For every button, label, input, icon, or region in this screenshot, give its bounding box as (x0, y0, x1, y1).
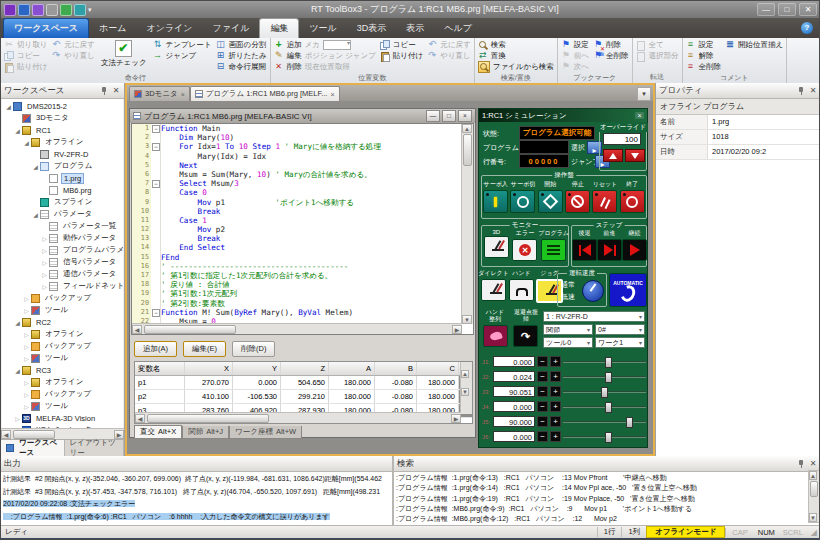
tree-expander-icon[interactable]: ▷ (22, 331, 31, 338)
tree-item-プログラムパラメータ[interactable]: ▷プログラムパラメータ (2, 244, 123, 256)
joint-value[interactable]: 90.051 (493, 386, 535, 397)
fold-marker-icon[interactable] (151, 124, 161, 133)
code-line[interactable]: 13 Break (132, 234, 462, 243)
table-column-Y[interactable]: Y (233, 362, 281, 375)
pin-icon[interactable] (100, 87, 108, 95)
button-編集(E)[interactable]: 編集(E) (183, 341, 226, 357)
search-result-line[interactable]: :プログラム情報 :1.prg(命令:13) :RC1 パソコン :13 Mov… (396, 473, 819, 483)
tree-item-パラメータ[interactable]: ◢パラメータ (2, 208, 123, 220)
app-logo-icon[interactable] (4, 4, 16, 16)
scroll-thumb[interactable] (147, 414, 269, 423)
tree-item-オフライン[interactable]: ▷オフライン (2, 376, 123, 388)
ribbon-button-追加[interactable]: 追加メカ (274, 39, 376, 50)
tree-item-信号パラメータ[interactable]: ▷信号パラメータ (2, 256, 123, 268)
scroll-thumb[interactable] (810, 481, 818, 497)
joint-slider[interactable] (563, 356, 646, 367)
resize-grip-icon[interactable]: ◢ (811, 528, 817, 537)
code-area[interactable]: 1Function Main2 Dim Mary(10)3 For Idx=1 … (132, 124, 462, 324)
tree-expander-icon[interactable]: ▷ (40, 247, 49, 254)
tree-item-ツール[interactable]: ▷ツール (2, 352, 123, 364)
close-icon[interactable]: ✕ (111, 86, 121, 95)
table-cell[interactable]: 0.000 (233, 376, 281, 389)
scroll-left-icon[interactable]: ◀ (1, 430, 11, 439)
ribbon-button-前へ[interactable]: 前へ (561, 50, 589, 61)
tree-expander-icon[interactable]: ◢ (13, 319, 22, 326)
tree-item-オフライン[interactable]: ◢オフライン (2, 136, 123, 148)
scroll-left-icon[interactable]: ◀ (132, 325, 142, 334)
scroll-thumb[interactable] (144, 325, 236, 334)
sim-button-継続[interactable] (622, 239, 647, 261)
mech-dropdown[interactable] (323, 40, 351, 50)
close-button[interactable]: × (458, 110, 472, 122)
joint-minus-icon[interactable]: − (537, 386, 548, 397)
tree-item-バックアップ[interactable]: ▷バックアップ (2, 292, 123, 304)
ribbon-tab-編集[interactable]: 編集 (259, 18, 299, 38)
tree-item-MELFA-3D Vision[interactable]: ▷MELFA-3D Vision (2, 412, 123, 424)
output-line[interactable]: 計測結果 #2 開始点(x, y, z)(-352.046, -360.207,… (3, 473, 390, 486)
tree-item-パラメータ一覧[interactable]: パラメータ一覧 (2, 220, 123, 232)
joint-value[interactable]: 0.000 (493, 431, 535, 442)
joint-minus-icon[interactable]: − (537, 401, 548, 412)
tree-expander-icon[interactable]: ▷ (40, 259, 49, 266)
tree-item-スプライン[interactable]: スプライン (2, 196, 123, 208)
joint-value[interactable]: 90.000 (493, 416, 535, 427)
table-column-B[interactable]: B (375, 362, 417, 375)
table-cell[interactable]: 180.000 (329, 376, 375, 389)
minimize-button[interactable]: — (757, 3, 775, 16)
ribbon-button-選択部分[interactable]: 選択部分 (636, 50, 679, 61)
ribbon-button-テンプレート[interactable]: テンプレート (153, 39, 212, 50)
close-icon[interactable]: ✕ (808, 86, 818, 95)
ribbon-tab-ファイル[interactable]: ファイル (203, 19, 260, 38)
joint-plus-icon[interactable]: + (550, 371, 561, 382)
ribbon-tab-3D表示[interactable]: 3D表示 (347, 19, 397, 38)
joint-minus-icon[interactable]: − (537, 416, 548, 427)
tab-close-icon[interactable]: × (181, 91, 185, 98)
joint-plus-icon[interactable]: + (550, 401, 561, 412)
override-up-icon[interactable] (603, 149, 623, 162)
ribbon-button-削除[interactable]: 削除 (593, 39, 629, 50)
code-editor[interactable]: 1Function Main2 Dim Mary(10)3 For Idx=1 … (131, 123, 474, 335)
tree-expander-icon[interactable]: ◢ (13, 367, 22, 374)
table-cell[interactable]: 270.070 (185, 376, 233, 389)
ribbon-button-コピー[interactable]: コピー (380, 39, 423, 50)
tree-item-ツール[interactable]: ▷ツール (2, 400, 123, 412)
output-line[interactable]: :プログラム情報 :1.prg(命令:6) :RC1 パソコン :6 hhhh … (3, 511, 390, 524)
ribbon-tab-ツール[interactable]: ツール (299, 19, 346, 38)
scroll-thumb[interactable] (463, 134, 472, 166)
tree-expander-icon[interactable]: ▷ (13, 415, 22, 422)
button-追加(A)[interactable]: 追加(A) (134, 341, 177, 357)
scroll-right-icon[interactable]: ▶ (451, 414, 461, 423)
ribbon-tab-オンライン[interactable]: オンライン (136, 19, 202, 38)
output-line[interactable]: 2017/02/20 09:22:08 :文法チェックエラー (3, 498, 390, 511)
tree-item-3Dモニタ[interactable]: 3Dモニタ (2, 112, 123, 124)
close-icon[interactable]: × (635, 112, 644, 119)
joint-value[interactable]: 0.000 (493, 356, 535, 367)
ribbon-tab-ヘルプ[interactable]: ヘルプ (434, 19, 482, 38)
code-line[interactable]: 16' ------------------------------------… (132, 262, 462, 271)
table-row[interactable]: p1270.0700.000504.650180.000-0.080180.00… (135, 376, 472, 390)
tab-list-menu-icon[interactable]: ▾ (637, 87, 651, 101)
tree-item-RC1[interactable]: ◢RC1 (2, 124, 123, 136)
tree-expander-icon[interactable]: ▷ (40, 283, 49, 290)
table-cell[interactable]: -0.080 (375, 390, 417, 403)
code-line[interactable]: 12 Mov p2 (132, 225, 462, 234)
search-result-line[interactable]: :プログラム情報 :1.prg(命令:14) :RC1 パソコン :14 Mov… (396, 483, 819, 493)
tree-expander-icon[interactable]: ◢ (31, 163, 40, 170)
code-line[interactable]: 1Function Main (132, 124, 462, 133)
sim-button-前進[interactable] (597, 239, 622, 261)
code-line[interactable]: 18' 戻り値 : 合計値 (132, 280, 462, 289)
search-lines[interactable]: :プログラム情報 :1.prg(命令:13) :RC1 パソコン :13 Mov… (394, 472, 820, 525)
table-cell[interactable]: 180.000 (417, 390, 459, 403)
scroll-up-icon[interactable]: ▲ (461, 370, 469, 378)
table-hscrollbar[interactable]: ◀ ▶ (135, 412, 461, 423)
table-cell[interactable]: -0.080 (375, 376, 417, 389)
ribbon-button-貼り付け[interactable]: 貼り付け (4, 61, 47, 72)
tree-item-バックアップ[interactable]: ▷バックアップ (2, 388, 123, 400)
tree-expander-icon[interactable]: ▷ (22, 403, 31, 410)
sim-button-開始[interactable] (538, 190, 563, 213)
sim-button-サーボ入[interactable] (483, 190, 508, 213)
fold-marker-icon[interactable] (151, 142, 161, 151)
tree-item-DMS2015-2[interactable]: ◢DMS2015-2 (2, 100, 123, 112)
ribbon-button-開始位置揃え[interactable]: 開始位置揃え (725, 39, 783, 50)
override-value[interactable]: 100 (603, 133, 641, 145)
